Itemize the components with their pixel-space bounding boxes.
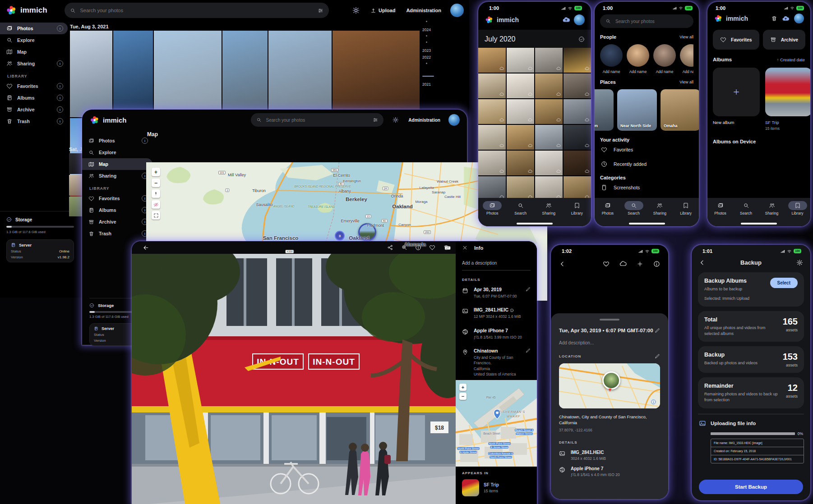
edit-date-pencil-icon[interactable] bbox=[655, 328, 660, 333]
nav-photos[interactable]: Photos bbox=[708, 201, 733, 215]
people-view-all-link[interactable]: View all bbox=[679, 35, 693, 39]
theme-toggle-icon[interactable] bbox=[352, 7, 360, 14]
nav-photos[interactable]: Photos bbox=[595, 201, 620, 215]
recently-added-row[interactable]: Recently added bbox=[600, 157, 693, 171]
trash-icon[interactable] bbox=[771, 15, 777, 22]
photo-tile[interactable] bbox=[507, 48, 534, 73]
minimap-zoom-out-button[interactable]: − bbox=[459, 393, 467, 400]
nav-search[interactable]: Search bbox=[621, 201, 647, 215]
location-map[interactable] bbox=[559, 363, 660, 408]
nav-sharing[interactable]: Sharing bbox=[759, 201, 785, 215]
photo-tile[interactable] bbox=[478, 125, 506, 150]
sidebar-item-albums[interactable]: Albumsi bbox=[82, 204, 152, 216]
search-input[interactable] bbox=[614, 18, 688, 24]
photo-tile[interactable] bbox=[333, 31, 420, 117]
photo-tile[interactable] bbox=[535, 151, 563, 175]
user-avatar[interactable] bbox=[794, 14, 804, 23]
photo-tile[interactable] bbox=[507, 125, 534, 150]
photo-tile[interactable] bbox=[113, 31, 153, 117]
person-item[interactable]: Add name bbox=[627, 44, 649, 74]
minimap-zoom-in-button[interactable]: + bbox=[459, 384, 467, 391]
photo-area[interactable] bbox=[551, 273, 668, 316]
nav-sharing[interactable]: Sharing bbox=[536, 201, 561, 215]
nav-search[interactable]: Search bbox=[734, 201, 759, 215]
mobile-search-bar[interactable] bbox=[600, 14, 693, 28]
backup-cloud-icon[interactable] bbox=[562, 16, 570, 24]
backup-cloud-icon[interactable] bbox=[782, 15, 790, 23]
favorites-button[interactable]: Favorites bbox=[713, 30, 759, 50]
timeline-scrubber[interactable]: 2024 2023 2022 2021 bbox=[422, 18, 449, 87]
nav-library[interactable]: Library bbox=[564, 201, 590, 215]
upload-button[interactable]: Upload bbox=[370, 8, 395, 14]
album-name-link[interactable]: SF Trip bbox=[765, 120, 810, 125]
filter-sliders-icon[interactable] bbox=[373, 117, 378, 123]
info-icon[interactable] bbox=[653, 261, 660, 267]
nav-library[interactable]: Library bbox=[673, 201, 698, 215]
add-name-link[interactable]: Add name bbox=[603, 69, 620, 74]
sidebar-item-map[interactable]: Map bbox=[82, 158, 152, 170]
person-item[interactable]: Add name bbox=[600, 44, 623, 74]
photo-tile[interactable] bbox=[535, 99, 563, 124]
photo-tile[interactable] bbox=[507, 176, 534, 201]
sidebar-item-map[interactable]: Map bbox=[0, 46, 68, 58]
sidebar-item-trash[interactable]: Trashi bbox=[0, 115, 68, 127]
back-icon[interactable] bbox=[143, 244, 149, 251]
upload-cloud-icon[interactable] bbox=[619, 260, 627, 267]
appears-in-album[interactable]: SF Trip 15 items bbox=[462, 479, 499, 496]
scrubber-handle[interactable] bbox=[422, 76, 434, 77]
photo-tile[interactable] bbox=[564, 125, 591, 150]
detail-row-location[interactable]: Chinatown City and County of San Francis… bbox=[456, 344, 537, 381]
add-name-link[interactable]: Add name bbox=[683, 69, 693, 74]
album-link[interactable]: SF Trip bbox=[484, 482, 499, 487]
add-name-link[interactable]: Add name bbox=[656, 69, 674, 74]
sidebar-item-sharing[interactable]: Sharingi bbox=[82, 170, 152, 182]
sheet-drag-handle[interactable] bbox=[600, 319, 619, 321]
photo-in-n-out[interactable]: IN-N-OUT IN-N-OUT $18 bbox=[132, 254, 456, 504]
photo-tile[interactable] bbox=[564, 176, 591, 201]
place-card[interactable]: Chinatown bbox=[595, 89, 614, 131]
map-hide-location-button[interactable] bbox=[152, 200, 160, 209]
sidebar-item-archive[interactable]: Archivei bbox=[0, 104, 68, 115]
photo-tile[interactable] bbox=[535, 48, 563, 73]
places-view-all-link[interactable]: View all bbox=[679, 80, 693, 84]
nav-search[interactable]: Search bbox=[508, 201, 533, 215]
screenshots-row[interactable]: Screenshots bbox=[600, 180, 693, 195]
sort-created-date[interactable]: ↑ Created date bbox=[777, 57, 805, 62]
person-item[interactable]: Add name bbox=[653, 44, 676, 74]
photo-tile[interactable] bbox=[564, 151, 591, 175]
sidebar-item-albums[interactable]: Albumsi bbox=[0, 92, 68, 104]
album-card-sf-trip[interactable]: SF Trip 15 items bbox=[765, 68, 810, 131]
nav-library[interactable]: Library bbox=[785, 201, 810, 215]
search-input[interactable] bbox=[265, 117, 369, 123]
sidebar-item-photos[interactable]: Photosi bbox=[0, 23, 68, 34]
photo-tile[interactable] bbox=[564, 99, 591, 124]
nav-photos[interactable]: Photos bbox=[480, 201, 505, 215]
photo-tile[interactable] bbox=[222, 31, 268, 117]
heart-icon[interactable] bbox=[429, 244, 435, 251]
info-icon[interactable] bbox=[415, 244, 421, 251]
photo-tile[interactable] bbox=[154, 31, 222, 117]
map-info-icon[interactable] bbox=[651, 399, 656, 405]
photo-tile[interactable] bbox=[478, 176, 506, 201]
map-cluster-marker[interactable]: 3 bbox=[335, 231, 345, 241]
map-compass-button[interactable] bbox=[152, 189, 160, 198]
search-input[interactable] bbox=[79, 7, 314, 14]
photo-tile[interactable] bbox=[535, 125, 563, 150]
photo-tile[interactable] bbox=[268, 31, 332, 117]
add-description-field[interactable]: Add description... bbox=[559, 340, 660, 345]
photo-tile[interactable] bbox=[535, 73, 563, 98]
settings-gear-icon[interactable] bbox=[796, 259, 803, 266]
edit-location-pencil-icon[interactable] bbox=[526, 348, 531, 353]
nav-sharing[interactable]: Sharing bbox=[647, 201, 672, 215]
immich-logo[interactable]: immich bbox=[5, 5, 47, 16]
sidebar-item-archive[interactable]: Archivei bbox=[82, 216, 152, 228]
location-mini-map[interactable]: + − FISHERMAN'SWHARFPier 45Beach StreetN… bbox=[456, 380, 537, 467]
user-avatar[interactable] bbox=[574, 14, 585, 25]
photo-tile[interactable] bbox=[478, 151, 506, 175]
detail-row-date[interactable]: Apr 30, 2019Tue, 6:07 PM GMT-07:00 bbox=[456, 283, 537, 303]
map-zoom-out-button[interactable]: − bbox=[152, 179, 160, 187]
administration-link[interactable]: Administration bbox=[408, 118, 440, 123]
share-icon[interactable] bbox=[387, 244, 393, 251]
photo-tile[interactable] bbox=[507, 151, 534, 175]
user-avatar[interactable] bbox=[448, 114, 460, 126]
